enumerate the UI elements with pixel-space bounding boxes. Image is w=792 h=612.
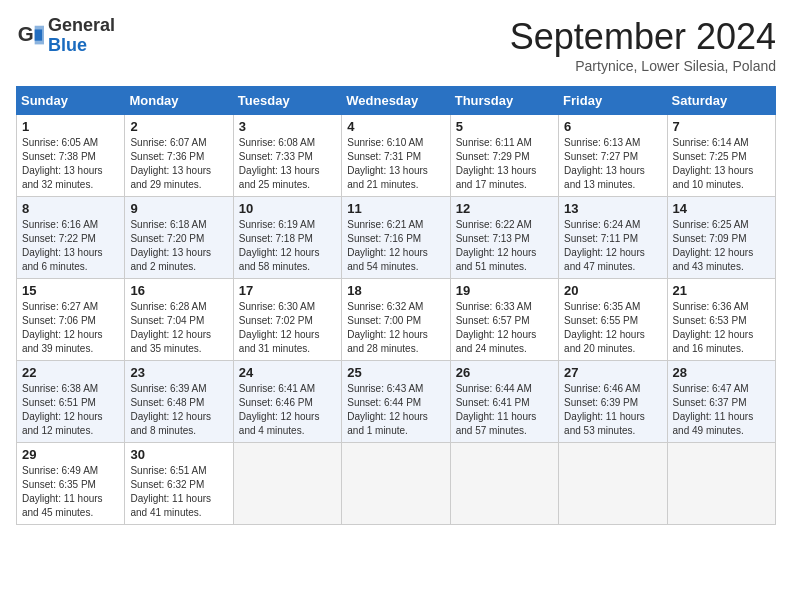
day-cell-17: 17 Sunrise: 6:30 AMSunset: 7:02 PMDaylig… (233, 279, 341, 361)
header-wednesday: Wednesday (342, 87, 450, 115)
weekday-header-row: Sunday Monday Tuesday Wednesday Thursday… (17, 87, 776, 115)
day-info-4: Sunrise: 6:10 AMSunset: 7:31 PMDaylight:… (347, 136, 444, 192)
day-cell-18: 18 Sunrise: 6:32 AMSunset: 7:00 PMDaylig… (342, 279, 450, 361)
day-cell-12: 12 Sunrise: 6:22 AMSunset: 7:13 PMDaylig… (450, 197, 558, 279)
header-saturday: Saturday (667, 87, 775, 115)
day-info-29: Sunrise: 6:49 AMSunset: 6:35 PMDaylight:… (22, 464, 119, 520)
day-info-24: Sunrise: 6:41 AMSunset: 6:46 PMDaylight:… (239, 382, 336, 438)
day-info-16: Sunrise: 6:28 AMSunset: 7:04 PMDaylight:… (130, 300, 227, 356)
day-info-27: Sunrise: 6:46 AMSunset: 6:39 PMDaylight:… (564, 382, 661, 438)
day-info-2: Sunrise: 6:07 AMSunset: 7:36 PMDaylight:… (130, 136, 227, 192)
day-info-21: Sunrise: 6:36 AMSunset: 6:53 PMDaylight:… (673, 300, 770, 356)
day-info-8: Sunrise: 6:16 AMSunset: 7:22 PMDaylight:… (22, 218, 119, 274)
week-row-1: 1 Sunrise: 6:05 AMSunset: 7:38 PMDayligh… (17, 115, 776, 197)
day-num-19: 19 (456, 283, 553, 298)
header-friday: Friday (559, 87, 667, 115)
day-num-22: 22 (22, 365, 119, 380)
day-num-21: 21 (673, 283, 770, 298)
day-cell-15: 15 Sunrise: 6:27 AMSunset: 7:06 PMDaylig… (17, 279, 125, 361)
empty-cell-4 (559, 443, 667, 525)
day-num-14: 14 (673, 201, 770, 216)
day-info-20: Sunrise: 6:35 AMSunset: 6:55 PMDaylight:… (564, 300, 661, 356)
day-num-30: 30 (130, 447, 227, 462)
day-num-12: 12 (456, 201, 553, 216)
logo-general-text: General (48, 15, 115, 35)
day-num-23: 23 (130, 365, 227, 380)
svg-text:G: G (18, 22, 34, 45)
day-cell-2: 2 Sunrise: 6:07 AMSunset: 7:36 PMDayligh… (125, 115, 233, 197)
location-title: Partynice, Lower Silesia, Poland (510, 58, 776, 74)
day-info-5: Sunrise: 6:11 AMSunset: 7:29 PMDaylight:… (456, 136, 553, 192)
day-info-12: Sunrise: 6:22 AMSunset: 7:13 PMDaylight:… (456, 218, 553, 274)
day-info-22: Sunrise: 6:38 AMSunset: 6:51 PMDaylight:… (22, 382, 119, 438)
day-cell-21: 21 Sunrise: 6:36 AMSunset: 6:53 PMDaylig… (667, 279, 775, 361)
day-num-25: 25 (347, 365, 444, 380)
day-num-13: 13 (564, 201, 661, 216)
header-monday: Monday (125, 87, 233, 115)
day-cell-19: 19 Sunrise: 6:33 AMSunset: 6:57 PMDaylig… (450, 279, 558, 361)
day-info-18: Sunrise: 6:32 AMSunset: 7:00 PMDaylight:… (347, 300, 444, 356)
day-num-7: 7 (673, 119, 770, 134)
logo-blue-text: Blue (48, 35, 87, 55)
day-cell-3: 3 Sunrise: 6:08 AMSunset: 7:33 PMDayligh… (233, 115, 341, 197)
day-info-19: Sunrise: 6:33 AMSunset: 6:57 PMDaylight:… (456, 300, 553, 356)
day-info-23: Sunrise: 6:39 AMSunset: 6:48 PMDaylight:… (130, 382, 227, 438)
day-cell-6: 6 Sunrise: 6:13 AMSunset: 7:27 PMDayligh… (559, 115, 667, 197)
week-row-2: 8 Sunrise: 6:16 AMSunset: 7:22 PMDayligh… (17, 197, 776, 279)
header-sunday: Sunday (17, 87, 125, 115)
week-row-3: 15 Sunrise: 6:27 AMSunset: 7:06 PMDaylig… (17, 279, 776, 361)
day-num-16: 16 (130, 283, 227, 298)
day-cell-29: 29 Sunrise: 6:49 AMSunset: 6:35 PMDaylig… (17, 443, 125, 525)
day-info-14: Sunrise: 6:25 AMSunset: 7:09 PMDaylight:… (673, 218, 770, 274)
day-num-5: 5 (456, 119, 553, 134)
day-cell-24: 24 Sunrise: 6:41 AMSunset: 6:46 PMDaylig… (233, 361, 341, 443)
day-cell-4: 4 Sunrise: 6:10 AMSunset: 7:31 PMDayligh… (342, 115, 450, 197)
day-info-28: Sunrise: 6:47 AMSunset: 6:37 PMDaylight:… (673, 382, 770, 438)
day-num-29: 29 (22, 447, 119, 462)
week-row-4: 22 Sunrise: 6:38 AMSunset: 6:51 PMDaylig… (17, 361, 776, 443)
day-info-25: Sunrise: 6:43 AMSunset: 6:44 PMDaylight:… (347, 382, 444, 438)
calendar: Sunday Monday Tuesday Wednesday Thursday… (16, 86, 776, 525)
title-area: September 2024 Partynice, Lower Silesia,… (510, 16, 776, 74)
day-num-4: 4 (347, 119, 444, 134)
day-cell-25: 25 Sunrise: 6:43 AMSunset: 6:44 PMDaylig… (342, 361, 450, 443)
day-num-2: 2 (130, 119, 227, 134)
day-info-7: Sunrise: 6:14 AMSunset: 7:25 PMDaylight:… (673, 136, 770, 192)
day-cell-8: 8 Sunrise: 6:16 AMSunset: 7:22 PMDayligh… (17, 197, 125, 279)
day-cell-20: 20 Sunrise: 6:35 AMSunset: 6:55 PMDaylig… (559, 279, 667, 361)
empty-cell-1 (233, 443, 341, 525)
day-cell-7: 7 Sunrise: 6:14 AMSunset: 7:25 PMDayligh… (667, 115, 775, 197)
day-info-13: Sunrise: 6:24 AMSunset: 7:11 PMDaylight:… (564, 218, 661, 274)
day-info-1: Sunrise: 6:05 AMSunset: 7:38 PMDaylight:… (22, 136, 119, 192)
day-info-10: Sunrise: 6:19 AMSunset: 7:18 PMDaylight:… (239, 218, 336, 274)
day-num-20: 20 (564, 283, 661, 298)
day-cell-22: 22 Sunrise: 6:38 AMSunset: 6:51 PMDaylig… (17, 361, 125, 443)
day-num-9: 9 (130, 201, 227, 216)
day-num-10: 10 (239, 201, 336, 216)
day-num-28: 28 (673, 365, 770, 380)
month-title: September 2024 (510, 16, 776, 58)
svg-marker-2 (35, 26, 44, 45)
day-cell-16: 16 Sunrise: 6:28 AMSunset: 7:04 PMDaylig… (125, 279, 233, 361)
day-info-15: Sunrise: 6:27 AMSunset: 7:06 PMDaylight:… (22, 300, 119, 356)
day-cell-13: 13 Sunrise: 6:24 AMSunset: 7:11 PMDaylig… (559, 197, 667, 279)
day-cell-5: 5 Sunrise: 6:11 AMSunset: 7:29 PMDayligh… (450, 115, 558, 197)
header-tuesday: Tuesday (233, 87, 341, 115)
day-cell-23: 23 Sunrise: 6:39 AMSunset: 6:48 PMDaylig… (125, 361, 233, 443)
day-cell-11: 11 Sunrise: 6:21 AMSunset: 7:16 PMDaylig… (342, 197, 450, 279)
day-cell-26: 26 Sunrise: 6:44 AMSunset: 6:41 PMDaylig… (450, 361, 558, 443)
day-cell-27: 27 Sunrise: 6:46 AMSunset: 6:39 PMDaylig… (559, 361, 667, 443)
day-cell-9: 9 Sunrise: 6:18 AMSunset: 7:20 PMDayligh… (125, 197, 233, 279)
day-num-6: 6 (564, 119, 661, 134)
header-thursday: Thursday (450, 87, 558, 115)
day-cell-1: 1 Sunrise: 6:05 AMSunset: 7:38 PMDayligh… (17, 115, 125, 197)
day-num-24: 24 (239, 365, 336, 380)
day-num-1: 1 (22, 119, 119, 134)
day-num-17: 17 (239, 283, 336, 298)
day-num-27: 27 (564, 365, 661, 380)
day-info-17: Sunrise: 6:30 AMSunset: 7:02 PMDaylight:… (239, 300, 336, 356)
logo: G General Blue (16, 16, 115, 56)
logo-icon: G (16, 22, 44, 50)
day-info-26: Sunrise: 6:44 AMSunset: 6:41 PMDaylight:… (456, 382, 553, 438)
empty-cell-3 (450, 443, 558, 525)
